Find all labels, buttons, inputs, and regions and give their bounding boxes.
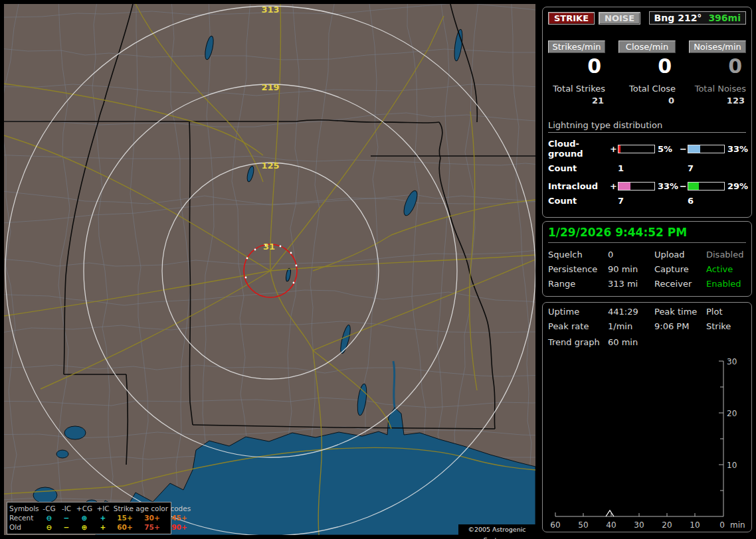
ic-negative-percent: 29% <box>725 181 746 191</box>
cg-negative-bar-fill <box>688 145 700 153</box>
capture-label: Capture <box>654 264 706 274</box>
cg-positive-percent: 5% <box>655 144 679 154</box>
upload-label: Upload <box>654 250 706 260</box>
xtick-50: 50 <box>578 520 588 530</box>
receiver-label: Receiver <box>654 279 706 289</box>
cg-positive-bar-fill <box>618 145 620 153</box>
pos-cg-recent-icon: ⊕ <box>74 514 94 522</box>
plot-label: Plot <box>706 307 746 317</box>
capture-status: Active <box>706 264 746 274</box>
ic-positive-count: 7 <box>618 196 655 206</box>
total-noises-label: Total Noises <box>689 84 746 94</box>
minus-sign: − <box>679 181 688 191</box>
xtick-60: 60 <box>550 520 560 530</box>
age-60: 60+ <box>112 523 138 532</box>
ic-negative-bar <box>688 182 725 191</box>
range-label: Range <box>548 279 608 289</box>
cloud-ground-row: Cloud-ground + 5% − 33% <box>548 139 746 159</box>
legend-row-label-recent: Recent <box>9 514 40 522</box>
cg-negative-bar <box>688 145 725 153</box>
mode-button-row: STRIKE NOISE Bng 212° 396mi <box>548 11 746 25</box>
trend-graph-value: 60 min <box>608 337 746 347</box>
cloud-ground-label: Cloud-ground <box>548 139 609 159</box>
cg-positive-count: 1 <box>618 163 655 173</box>
peak-time-value: 9:06 PM <box>654 321 706 331</box>
lake <box>64 426 86 439</box>
bearing-label: Bng 212° <box>654 13 702 23</box>
copyright-notice: ©2005 Astrogenic Systems <box>458 524 535 535</box>
total-close-value: 0 <box>618 96 676 106</box>
xtick-0: 0 <box>719 520 725 530</box>
count-label: Count <box>548 163 609 173</box>
legend-col-pos-ic: +IC <box>94 504 112 513</box>
status-grid: Squelch 0 Upload Disabled Persistence 90… <box>548 250 746 289</box>
peak-time-label: Peak time <box>654 307 706 317</box>
total-strikes-value: 21 <box>548 96 605 106</box>
legend-age-title: Strike age color codes <box>112 504 193 513</box>
marsh-lake <box>33 487 57 503</box>
strike-mode-button[interactable]: STRIKE <box>548 12 595 25</box>
total-close-label: Total Close <box>618 84 676 94</box>
intracloud-row: Intracloud + 33% − 29% <box>548 181 746 191</box>
stats-grid: Uptime 441:29 Peak time Plot Peak rate 1… <box>548 307 746 331</box>
river <box>393 361 395 408</box>
legend-symbols-header: Symbols <box>9 504 40 513</box>
neg-cg-old-icon: ⊖ <box>40 523 58 532</box>
cg-negative-count: 7 <box>688 163 725 173</box>
ic-negative-bar-fill <box>688 183 699 190</box>
intracloud-label: Intracloud <box>548 181 609 191</box>
uptime-label: Uptime <box>548 307 608 317</box>
lake <box>56 450 68 458</box>
upload-status: Disabled <box>706 250 746 260</box>
trend-panel: Uptime 441:29 Peak time Plot Peak rate 1… <box>542 302 752 532</box>
noises-per-min-button[interactable]: Noises/min <box>689 40 746 53</box>
peak-rate-value: 1/min <box>608 321 654 331</box>
ic-positive-percent: 33% <box>655 181 679 191</box>
bearing-display: Bng 212° 396mi <box>649 11 746 25</box>
plus-sign: + <box>609 144 618 154</box>
neg-ic-recent-icon: − <box>58 514 74 522</box>
trend-graph-setting: Trend graph 60 min <box>548 337 746 347</box>
noises-per-min-column: Noises/min 0 Total Noises 123 <box>689 40 746 106</box>
plot-mode-value: Strike <box>706 321 746 331</box>
close-per-min-button[interactable]: Close/min <box>618 40 676 53</box>
date-time-display: 1/29/2026 9:44:52 PM <box>548 226 746 243</box>
cg-positive-bar <box>618 145 655 153</box>
legend-col-neg-ic: -IC <box>58 504 74 513</box>
cloud-ground-count-row: Count 1 7 <box>548 163 746 173</box>
trend-graph-label: Trend graph <box>548 337 608 347</box>
rate-counters: Strikes/min 0 Total Strikes 21 Close/min… <box>548 40 746 106</box>
age-45: 45+ <box>166 514 193 522</box>
xtick-30: 30 <box>634 520 644 530</box>
legend-col-neg-cg: -CG <box>40 504 58 513</box>
xtick-10: 10 <box>690 520 700 530</box>
system-status-panel: 1/29/2026 9:44:52 PM Squelch 0 Upload Di… <box>542 221 752 297</box>
lightning-type-distribution: Lightning type distribution Cloud-ground… <box>548 120 746 206</box>
close-per-min-value: 0 <box>618 56 676 77</box>
uptime-value: 441:29 <box>608 307 654 317</box>
age-75: 75+ <box>138 523 166 532</box>
x-axis-unit: min <box>730 520 745 530</box>
minus-sign: − <box>679 144 688 154</box>
ytick-20: 20 <box>727 409 737 418</box>
ytick-30: 30 <box>727 357 737 366</box>
ic-negative-count: 6 <box>688 196 725 206</box>
age-15: 15+ <box>112 514 138 522</box>
age-90: 90+ <box>166 523 193 532</box>
noise-mode-button[interactable]: NOISE <box>599 12 640 25</box>
total-strikes-label: Total Strikes <box>548 84 605 94</box>
plus-sign: + <box>609 181 618 191</box>
xtick-40: 40 <box>606 520 616 530</box>
total-noises-value: 123 <box>689 96 746 106</box>
range-ring-label: 219 <box>261 82 279 92</box>
ytick-10: 10 <box>727 461 737 470</box>
peak-rate-label: Peak rate <box>548 321 608 331</box>
intracloud-count-row: Count 7 6 <box>548 196 746 206</box>
distribution-title: Lightning type distribution <box>548 120 746 133</box>
range-ring-label: 31 <box>263 242 275 252</box>
pos-cg-old-icon: ⊕ <box>74 523 94 532</box>
neg-cg-recent-icon: ⊖ <box>40 514 58 522</box>
strikes-per-min-button[interactable]: Strikes/min <box>548 40 605 53</box>
map-canvas[interactable]: 313 219 125 31 <box>4 4 535 535</box>
persistence-value: 90 min <box>608 264 654 274</box>
